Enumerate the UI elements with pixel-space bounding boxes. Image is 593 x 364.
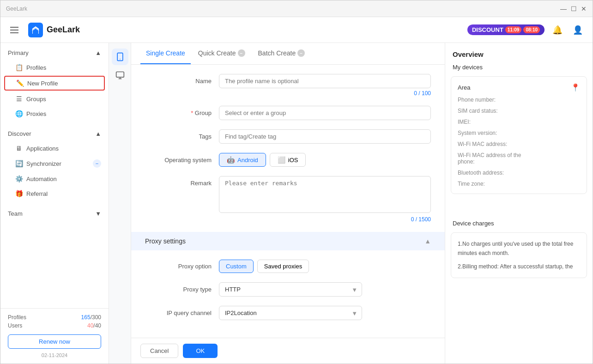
ok-button[interactable]: OK <box>183 344 218 358</box>
form-row-ip-channel: IP query channel IP2Location MaxMind IPi… <box>145 306 431 320</box>
os-buttons: 🤖 Android ⬜ iOS <box>219 153 431 167</box>
tab-quick-label: Quick Create <box>198 49 236 57</box>
tags-input[interactable] <box>219 129 431 144</box>
ip-channel-wrapper: IP2Location MaxMind IPinfo ▼ <box>219 306 362 320</box>
ip-channel-select[interactable]: IP2Location MaxMind IPinfo <box>219 306 362 320</box>
form-row-proxy-option: Proxy option Custom Saved proxies <box>145 260 431 273</box>
sidebar-referral-label: Referral <box>26 190 48 197</box>
wifi-mac-label: Wi-Fi MAC address: <box>458 141 522 147</box>
device-info-card: Area 📍 Phone number: SIM card status: IM… <box>451 76 587 194</box>
sidebar-item-synchronizer[interactable]: 🔄 Synchronizer − <box>0 156 109 171</box>
proxy-type-select[interactable]: HTTP HTTPS SOCKS5 <box>219 282 362 297</box>
name-input[interactable] <box>219 74 431 88</box>
remark-counter: 0 / 1500 <box>219 216 431 223</box>
name-control: 0 / 100 <box>219 74 431 97</box>
charges-text1: 1.No charges until you've used up the to… <box>458 239 580 258</box>
synchronizer-icon: 🔄 <box>15 160 23 167</box>
form-row-proxy-type: Proxy type HTTP HTTPS SOCKS5 ▼ <box>145 282 431 297</box>
sidebar-item-applications[interactable]: 🖥 Applications <box>0 141 109 156</box>
wifi-mac-phone-row: Wi-Fi MAC address of the phone: <box>458 152 580 165</box>
minimize-button[interactable]: — <box>560 6 567 12</box>
logo-icon <box>28 23 43 37</box>
sidebar-team-label: Team <box>8 210 23 217</box>
wifi-mac-phone-label: Wi-Fi MAC address of the phone: <box>458 152 522 165</box>
bluetooth-row: Bluetooth address: <box>458 170 580 176</box>
sidebar-item-referral[interactable]: 🎁 Referral <box>0 186 109 201</box>
sidebar-discover-header[interactable]: Discover ▲ <box>0 127 109 141</box>
discount-badge[interactable]: DISCOUNT 11:09 08:10 <box>467 24 545 35</box>
overview-my-devices: My devices <box>445 62 593 76</box>
group-input[interactable] <box>219 106 431 120</box>
system-version-row: System version: <box>458 130 580 136</box>
name-counter: 0 / 100 <box>219 90 431 97</box>
proxy-custom-button[interactable]: Custom <box>219 260 254 273</box>
device-charges-title: Device charges <box>445 218 593 232</box>
ip-channel-label: IP query channel <box>145 309 219 316</box>
proxy-settings-header[interactable]: Proxy settings ▲ <box>131 232 445 250</box>
form-footer: Cancel OK <box>131 338 445 364</box>
users-stat-value: 40/40 <box>87 322 101 329</box>
sidebar-profiles-stat: Profiles 165/300 <box>8 314 101 321</box>
sidebar-proxies-label: Proxies <box>26 110 46 117</box>
os-android-button[interactable]: 🤖 Android <box>219 153 266 167</box>
os-ios-button[interactable]: ⬜ iOS <box>270 153 306 167</box>
svg-rect-1 <box>10 30 18 30</box>
sidebar-team-header[interactable]: Team ▼ <box>0 206 109 221</box>
sidebar-item-new-profile[interactable]: ✏️ New Profile <box>4 76 105 91</box>
sidebar-item-profiles[interactable]: 📋 Profiles <box>0 60 109 75</box>
sim-status-row: SIM card status: <box>458 108 580 114</box>
users-used: 40 <box>87 322 93 329</box>
svg-rect-5 <box>116 72 124 78</box>
svg-point-4 <box>120 59 121 60</box>
maximize-button[interactable]: ☐ <box>570 6 577 12</box>
automation-icon: ⚙️ <box>15 175 23 182</box>
proxy-saved-button[interactable]: Saved proxies <box>257 260 309 273</box>
sidebar-item-proxies[interactable]: 🌐 Proxies <box>0 106 109 121</box>
sidebar-primary-section: Primary ▲ 📋 Profiles ✏️ New Profile ☰ Gr… <box>0 43 109 124</box>
tab-single-create[interactable]: Single Create <box>140 43 191 64</box>
sidebar-footer: Profiles 165/300 Users 40/40 Renew now 0… <box>0 308 109 364</box>
quick-create-info-icon: − <box>238 49 245 57</box>
profiles-icon: 📋 <box>15 64 23 71</box>
tab-quick-create[interactable]: Quick Create − <box>193 43 251 64</box>
sidebar-item-groups[interactable]: ☰ Groups <box>0 91 109 106</box>
sidebar-applications-label: Applications <box>26 145 59 152</box>
tags-label: Tags <box>145 129 219 140</box>
user-button[interactable]: 👤 <box>570 23 585 37</box>
icon-tab-mobile[interactable] <box>112 49 128 65</box>
cancel-button[interactable]: Cancel <box>140 344 178 358</box>
primary-chevron-icon: ▲ <box>95 49 101 56</box>
sidebar-users-stat: Users 40/40 <box>8 322 101 329</box>
sidebar-automation-label: Automation <box>26 176 57 182</box>
remark-textarea[interactable] <box>219 176 431 213</box>
sidebar-primary-header[interactable]: Primary ▲ <box>0 46 109 60</box>
discover-chevron-icon: ▲ <box>95 130 101 137</box>
renew-button[interactable]: Renew now <box>8 334 101 349</box>
sidebar-primary-label: Primary <box>8 49 29 56</box>
icon-tab-desktop[interactable] <box>112 67 128 84</box>
tab-batch-create[interactable]: Batch Create − <box>253 43 311 64</box>
discount-time1: 11:09 <box>505 26 522 33</box>
svg-rect-2 <box>10 32 18 33</box>
phone-number-label: Phone number: <box>458 97 522 103</box>
form-row-name: Name 0 / 100 <box>145 74 431 97</box>
close-button[interactable]: ✕ <box>581 6 587 12</box>
sidebar-synchronizer-label: Synchronizer <box>26 160 61 167</box>
notification-button[interactable]: 🔔 <box>550 23 565 37</box>
batch-create-info-icon: − <box>297 49 305 57</box>
icon-tabs <box>109 43 131 364</box>
proxies-icon: 🌐 <box>15 110 23 117</box>
new-profile-icon: ✏️ <box>16 79 24 87</box>
imei-label: IMEI: <box>458 119 522 125</box>
sidebar-discover-label: Discover <box>8 130 31 137</box>
window-controls: — ☐ ✕ <box>560 6 587 12</box>
profiles-stat-label: Profiles <box>8 314 26 321</box>
sidebar-toggle-button[interactable] <box>8 24 21 36</box>
groups-icon: ☰ <box>15 95 23 103</box>
synchronizer-badge: − <box>93 159 101 168</box>
users-stat-label: Users <box>8 322 22 329</box>
sidebar-item-automation[interactable]: ⚙️ Automation <box>0 171 109 186</box>
referral-icon: 🎁 <box>15 190 23 197</box>
imei-row: IMEI: <box>458 119 580 125</box>
profiles-used: 165 <box>81 314 91 321</box>
